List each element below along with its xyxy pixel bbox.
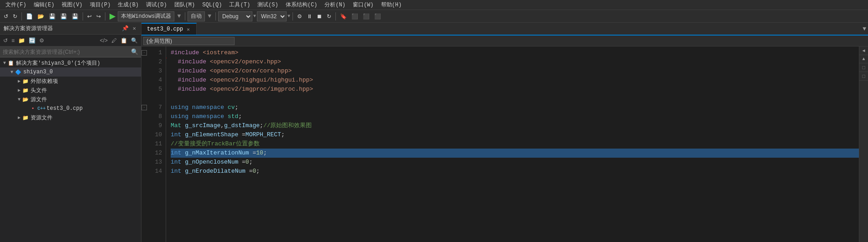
menu-arch[interactable]: 体系结构(C) — [282, 0, 321, 10]
tab-test3-cpp[interactable]: test3_0.cpp ✕ — [141, 23, 197, 35]
open-button[interactable]: 📂 — [36, 11, 46, 21]
auto-label[interactable]: 自动 — [188, 11, 205, 21]
bookmark-button[interactable]: 🔖 — [338, 11, 349, 21]
preproc-2: #include — [178, 57, 206, 67]
tab-scroll-button[interactable]: ▼ — [861, 23, 868, 35]
start-debug-button[interactable]: ▶ — [108, 11, 117, 21]
local-debugger-label[interactable]: 本地Windows调试器 — [118, 11, 174, 21]
preproc-3: #include — [178, 67, 206, 76]
menu-analyze[interactable]: 分析(N) — [321, 0, 349, 10]
var-shape: g_nElementShape — [185, 130, 238, 139]
kw-int-1: int — [171, 130, 181, 139]
save-all-button[interactable]: 💾 — [58, 11, 69, 21]
step-out-button[interactable]: ⬛ — [372, 11, 383, 21]
debug-config-select[interactable]: Debug Release — [218, 11, 252, 21]
menu-tools[interactable]: 工具(T) — [225, 0, 254, 10]
menu-project[interactable]: 项目(P) — [86, 0, 115, 10]
attach-button[interactable]: ⚙ — [295, 11, 304, 21]
menu-test[interactable]: 测试(S) — [254, 0, 282, 10]
collapse-1[interactable]: - — [141, 50, 147, 56]
tree-project-label: shiyan3_0 — [23, 69, 53, 75]
stop-button[interactable]: ⏹ — [315, 11, 324, 21]
tree-ext-deps[interactable]: ▶ 📁 外部依赖项 — [0, 77, 141, 86]
new-button[interactable]: 📄 — [24, 11, 35, 21]
var-maxiter: g_nMaxIterationNum — [185, 149, 249, 158]
menu-file[interactable]: 文件(F) — [2, 0, 30, 10]
menu-build[interactable]: 生成(B) — [114, 0, 142, 10]
redo-button[interactable]: ↪ — [94, 11, 103, 21]
menu-team[interactable]: 团队(M) — [171, 0, 199, 10]
save-sel-button[interactable]: 💾 — [70, 11, 80, 21]
sources-icon: 📂 — [22, 96, 29, 103]
search-icon[interactable]: 🔍 — [131, 48, 138, 56]
resources-icon: 📁 — [22, 114, 29, 121]
cpp-file-icon: • — [29, 105, 37, 112]
tab-bar: test3_0.cpp ✕ ▼ — [141, 23, 868, 36]
step-in-button[interactable]: ⬛ — [361, 11, 371, 21]
main-layout: 解决方案资源管理器 📌 ✕ ↺ ≡ 📁 🔄 ⚙ </> 🖊 📋 🔍 🔍 — [0, 23, 868, 242]
tree-project[interactable]: ▼ 🔷 shiyan3_0 — [0, 67, 141, 77]
kw-ns-2: namespace — [192, 112, 224, 121]
preproc-5: #include — [178, 85, 206, 94]
tree-file-cpp[interactable]: • C++ test3_0.cpp — [0, 104, 141, 113]
class-view-button[interactable]: 📋 — [119, 37, 129, 44]
collapse-7[interactable]: - — [141, 105, 147, 110]
back-button[interactable]: ↺ — [2, 11, 10, 21]
sync-button[interactable]: ↺ — [2, 37, 9, 44]
menu-edit[interactable]: 编辑(E) — [30, 0, 58, 10]
forward-button[interactable]: ↻ — [11, 11, 19, 21]
menu-window[interactable]: 窗口(W) — [349, 0, 377, 10]
menu-debug[interactable]: 调试(D) — [142, 0, 171, 10]
toolbar-sep-2 — [83, 12, 83, 21]
code-line-13: int g_nOpencloseNum = 0 ; — [171, 158, 859, 167]
include-path-3: <opencv2/core/core.hpp> — [210, 67, 292, 76]
designer-button[interactable]: 🖊 — [110, 37, 118, 44]
panel-pin-button[interactable]: 📌 — [120, 25, 130, 32]
code-line-1: #include <iostream> — [171, 48, 859, 57]
view-code-button[interactable]: </> — [99, 37, 109, 44]
tree-file-cpp-label: test3_0.cpp — [47, 105, 83, 112]
platform-arrow: ▼ — [288, 14, 290, 19]
toolbar-sep-8 — [335, 12, 336, 21]
tree-headers[interactable]: ▶ 📁 头文件 — [0, 86, 141, 95]
code-content[interactable]: #include <iostream> #include <opencv2/op… — [166, 46, 859, 242]
var-srci: g_srcImage — [185, 121, 220, 130]
tree-solution-label: 解决方案'shiyan3_0'(1个项目) — [16, 59, 100, 67]
break-all-button[interactable]: ⏸ — [305, 11, 314, 21]
tree-resources[interactable]: ▶ 📁 资源文件 — [0, 113, 141, 122]
properties-button[interactable]: ⚙ — [38, 37, 46, 44]
step-over-button[interactable]: ⬛ — [350, 11, 360, 21]
collapse-all-button[interactable]: ≡ — [10, 37, 16, 44]
num-0b: 0 — [252, 167, 256, 176]
comment-2: //变量接受的TrackBar位置参数 — [171, 139, 260, 149]
search-open-button[interactable]: 🔍 — [130, 37, 139, 44]
menu-view[interactable]: 视图(V) — [58, 0, 86, 10]
panel-btn-4[interactable]: ⬚ — [859, 72, 868, 81]
expand-right-btn[interactable]: ◀ — [859, 46, 868, 55]
tab-close-button[interactable]: ✕ — [186, 26, 191, 33]
menu-bar: 文件(F) 编辑(E) 视图(V) 项目(P) 生成(B) 调试(D) 团队(M… — [0, 0, 868, 10]
panel-btn-2[interactable]: ▲ — [859, 55, 868, 63]
tree-arrow-project: ▼ — [9, 70, 15, 75]
code-line-4: #include <opencv2/highgui/highgui.hpp> — [171, 76, 859, 85]
panel-header: 解决方案资源管理器 📌 ✕ — [0, 23, 141, 35]
menu-sql[interactable]: SQL(Q) — [199, 1, 225, 9]
restart-button[interactable]: ↻ — [325, 11, 333, 21]
platform-select[interactable]: Win32 x64 — [257, 11, 287, 21]
panel-btn-3[interactable]: ⬚ — [859, 63, 868, 72]
refresh-button[interactable]: 🔄 — [27, 37, 37, 44]
toolbar: ↺ ↻ 📄 📂 💾 💾 💾 ↩ ↪ ▶ 本地Windows调试器 ▼ 自动 ▼ … — [0, 10, 868, 23]
show-all-files-button[interactable]: 📁 — [17, 37, 26, 44]
tree-sources[interactable]: ▼ 📂 源文件 — [0, 95, 141, 104]
menu-help[interactable]: 帮助(H) — [377, 0, 406, 10]
tree-solution[interactable]: ▼ 📋 解决方案'shiyan3_0'(1个项目) — [0, 58, 141, 67]
panel-close-button[interactable]: ✕ — [131, 25, 137, 32]
toolbar-sep-7 — [293, 12, 293, 21]
scope-dropdown[interactable]: (全局范围) — [143, 37, 235, 45]
type-mat: Mat — [171, 121, 181, 130]
tree-arrow-cpp — [24, 106, 29, 111]
code-line-12: int g_nMaxIterationNum = 10 ; — [171, 149, 859, 158]
undo-button[interactable]: ↩ — [85, 11, 94, 21]
search-input[interactable] — [3, 49, 129, 55]
save-button[interactable]: 💾 — [47, 11, 58, 21]
